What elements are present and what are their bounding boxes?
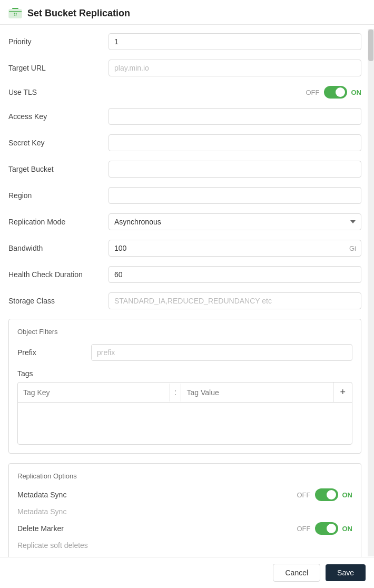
use-tls-toggle[interactable] (324, 86, 347, 99)
secret-key-row: Secret Key (8, 134, 361, 151)
delete-marker-toggle-container: OFF ON (297, 522, 353, 535)
tags-label: Tags (17, 369, 352, 378)
replication-mode-row: Replication Mode Asynchronous Synchronou… (8, 213, 361, 230)
target-url-label: Target URL (8, 64, 109, 72)
metadata-sync-off-text: OFF (297, 491, 311, 499)
form-content: Priority Target URL Use TLS OFF ON Acces… (0, 25, 374, 557)
prefix-label: Prefix (17, 348, 91, 357)
use-tls-row: Use TLS OFF ON (8, 86, 361, 99)
scrollbar-thumb[interactable] (368, 30, 373, 61)
target-bucket-row: Target Bucket (8, 161, 361, 178)
target-url-row: Target URL (8, 60, 361, 76)
delete-marker-on-text: ON (342, 525, 353, 533)
metadata-sync-toggle[interactable] (315, 488, 338, 501)
metadata-sync-on-text: ON (342, 491, 353, 499)
metadata-sync-toggle-container: OFF ON (297, 488, 353, 501)
page-title: Set Bucket Replication (27, 8, 130, 19)
tags-content-area (18, 402, 352, 444)
cancel-button[interactable]: Cancel (273, 564, 320, 582)
delete-marker-label: Delete Marker (17, 524, 297, 533)
use-tls-label: Use TLS (8, 88, 109, 96)
bandwidth-suffix: Gi (349, 244, 356, 252)
tag-key-input[interactable] (18, 384, 170, 401)
replicate-soft-deletes-row: Replicate soft deletes (17, 541, 352, 550)
delete-marker-slider (315, 522, 338, 535)
metadata-sync-sub-row: Metadata Sync (17, 507, 352, 516)
secret-key-label: Secret Key (8, 139, 109, 147)
header: Set Bucket Replication (0, 0, 374, 25)
target-bucket-input[interactable] (109, 161, 361, 178)
footer: Cancel Save (0, 557, 374, 588)
target-bucket-label: Target Bucket (8, 165, 109, 173)
secret-key-input[interactable] (109, 134, 361, 151)
delete-marker-toggle[interactable] (315, 522, 338, 535)
replication-options-title: Replication Options (17, 472, 352, 480)
replicate-soft-deletes-label: Replicate soft deletes (17, 541, 352, 550)
save-button[interactable]: Save (326, 564, 366, 581)
use-tls-toggle-container: OFF ON (109, 86, 361, 99)
priority-row: Priority (8, 33, 361, 50)
scrollbar-track[interactable] (368, 29, 374, 556)
metadata-sync-label: Metadata Sync (17, 491, 297, 499)
bandwidth-input-wrapper: Gi (109, 240, 361, 257)
storage-class-row: Storage Class (8, 292, 361, 309)
access-key-input[interactable] (109, 108, 361, 125)
tags-input-area: : + (17, 382, 352, 445)
tag-value-input[interactable] (181, 384, 333, 401)
toggle-slider (324, 86, 347, 99)
access-key-label: Access Key (8, 112, 109, 121)
metadata-sync-slider (315, 488, 338, 501)
target-url-input[interactable] (109, 60, 361, 76)
health-check-row: Health Check Duration (8, 266, 361, 283)
object-filters-title: Object Filters (17, 328, 352, 336)
storage-class-input[interactable] (109, 292, 361, 309)
page-container: Set Bucket Replication Priority Target U… (0, 0, 374, 588)
tag-separator: : (170, 384, 181, 401)
health-check-input[interactable] (109, 266, 361, 283)
access-key-row: Access Key (8, 108, 361, 125)
priority-label: Priority (8, 37, 109, 46)
tags-input-row: : + (18, 383, 352, 402)
bandwidth-input[interactable] (109, 240, 361, 257)
tls-off-text: OFF (306, 89, 320, 96)
region-label: Region (8, 191, 109, 200)
replication-options-section: Replication Options Metadata Sync OFF ON… (8, 463, 361, 557)
region-input[interactable] (109, 187, 361, 204)
prefix-row: Prefix (17, 344, 352, 361)
prefix-input[interactable] (91, 344, 352, 361)
replication-mode-select[interactable]: Asynchronous Synchronous (109, 213, 361, 230)
replication-mode-label: Replication Mode (8, 218, 109, 226)
priority-input[interactable] (109, 33, 361, 50)
delete-marker-row: Delete Marker OFF ON (17, 522, 352, 535)
tags-section: Tags : + (17, 369, 352, 445)
health-check-label: Health Check Duration (8, 270, 109, 279)
tag-add-button[interactable]: + (333, 383, 352, 402)
storage-class-label: Storage Class (8, 297, 109, 305)
bandwidth-label: Bandwidth (8, 244, 109, 252)
bucket-replication-icon (8, 7, 22, 19)
metadata-sync-row: Metadata Sync OFF ON (17, 488, 352, 501)
object-filters-section: Object Filters Prefix Tags : + (8, 319, 361, 454)
bandwidth-row: Bandwidth Gi (8, 240, 361, 257)
region-row: Region (8, 187, 361, 204)
delete-marker-off-text: OFF (297, 525, 311, 533)
metadata-sync-sub-label: Metadata Sync (17, 507, 352, 516)
tls-on-text: ON (351, 89, 362, 96)
